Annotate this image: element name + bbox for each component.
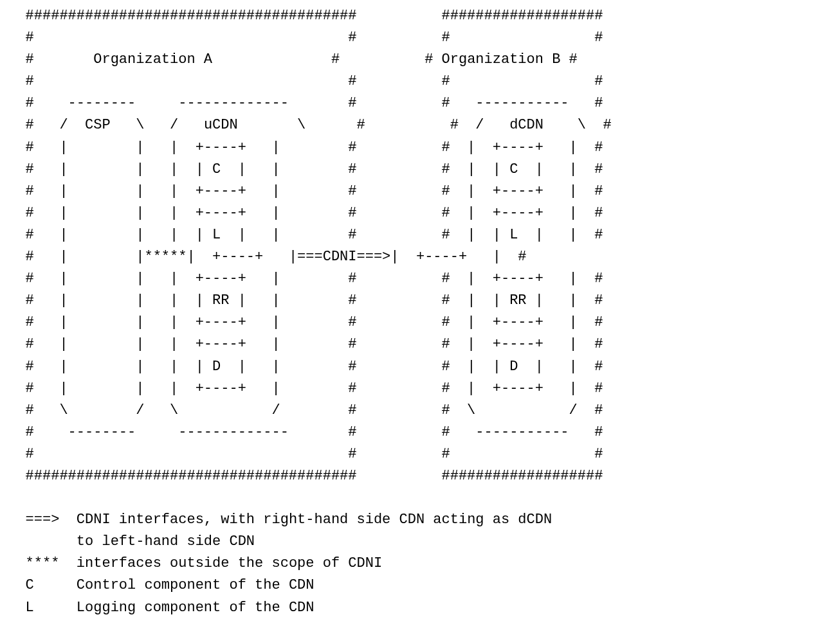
ucdn-component-l: L: [212, 227, 221, 243]
row: # # # #: [0, 73, 603, 89]
dcdn-component-l: L: [509, 227, 518, 243]
legend-c-text: Control component of the CDN: [77, 577, 315, 593]
org-a-title: Organization A: [93, 51, 212, 67]
legend-arrow-text: CDNI interfaces, with right-hand side CD…: [77, 512, 552, 528]
ucdn-component-c: C: [212, 161, 221, 177]
ascii-diagram: ####################################### …: [0, 0, 840, 617]
row: # | | | +----+ | # # | +----+ | #: [0, 139, 603, 156]
legend-arrow-text-2: to left-hand side CDN: [77, 533, 255, 550]
row: # | | | +----+ | # # | +----+ | #: [0, 271, 603, 287]
row: # \ / \ / # # \ / #: [0, 402, 603, 418]
row: # | | | +----+ | # # | +----+ | #: [0, 183, 603, 199]
dcdn-component-d: D: [509, 359, 518, 375]
outside-connector: *****: [144, 249, 187, 265]
row-title: # Organization A # # Organization B #: [0, 51, 578, 67]
csp-label: CSP: [85, 117, 111, 133]
dcdn-label: dCDN: [509, 117, 543, 133]
row: # | | | +----+ | # # | +----+ | #: [0, 314, 603, 330]
row-d: # | | | | D | | # # | | D | | #: [0, 359, 603, 375]
row-rr: # | | | | RR | | # # | | RR | | #: [0, 292, 603, 308]
row: # | | | +----+ | # # | +----+ | #: [0, 380, 603, 397]
row: # # # #: [0, 446, 603, 462]
row: # # # #: [0, 30, 603, 46]
legend-l-sym: L: [26, 600, 34, 616]
row-connectors: # | |*****| +----+ |===CDNI===>| +----+ …: [0, 249, 527, 265]
row: ####################################### …: [0, 468, 603, 484]
row: # -------- ------------- # # -----------…: [0, 95, 603, 111]
row-l: # | | | | L | | # # | | L | | #: [0, 227, 603, 243]
row: # -------- ------------- # # -----------…: [0, 424, 603, 440]
dcdn-component-c: C: [509, 161, 518, 177]
cdni-connector: ===CDNI===>: [297, 249, 390, 265]
legend-c-sym: C: [26, 577, 34, 593]
legend-stars-sym: ****: [26, 555, 60, 571]
row: # | | | +----+ | # # | +----+ | #: [0, 336, 603, 352]
org-b-title: Organization B: [442, 51, 561, 67]
row: ####################################### …: [0, 8, 603, 24]
ucdn-label: uCDN: [204, 117, 238, 133]
ucdn-component-d: D: [212, 359, 221, 375]
row-c: # | | | | C | | # # | | C | | #: [0, 161, 603, 177]
row-headers: # / CSP \ / uCDN \ # # / dCDN \ #: [0, 117, 612, 133]
legend-arrow-sym: ===>: [26, 512, 60, 528]
dcdn-component-rr: RR: [509, 292, 526, 308]
legend-l-text: Logging component of the CDN: [77, 600, 315, 616]
row: # | | | +----+ | # # | +----+ | #: [0, 205, 603, 221]
ucdn-component-rr: RR: [212, 292, 229, 308]
legend-stars-text: interfaces outside the scope of CDNI: [77, 555, 382, 571]
